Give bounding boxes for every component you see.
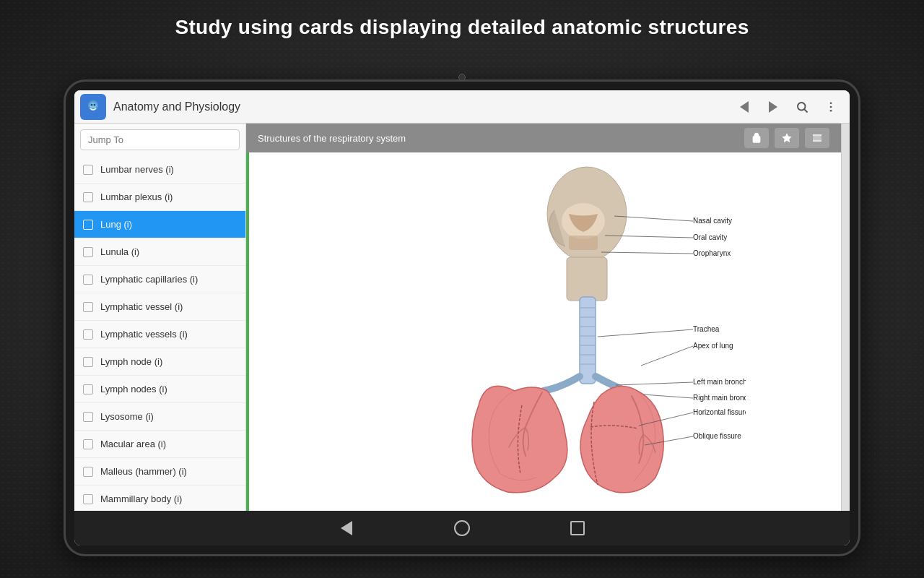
app-icon[interactable]: [80, 94, 106, 120]
svg-point-3: [94, 103, 96, 105]
item-label: Mammillary body (i): [100, 493, 237, 504]
svg-point-6: [830, 102, 832, 104]
svg-rect-13: [580, 297, 596, 384]
item-label: Lymphatic vessels (i): [100, 329, 237, 340]
app-bar-actions: [731, 94, 844, 120]
item-label: Lymph node (i): [100, 356, 237, 367]
svg-rect-10: [567, 257, 607, 301]
item-label: Lysosome (i): [100, 411, 237, 422]
item-list: Lumbar nerves (i) Lumbar plexus (i) Lung…: [74, 156, 245, 511]
item-checkbox: [83, 220, 93, 230]
item-checkbox: [83, 302, 93, 312]
app-icon-svg: [84, 98, 102, 116]
right-panel: [841, 124, 850, 511]
svg-line-33: [643, 394, 693, 398]
item-checkbox: [83, 165, 93, 175]
content-panel: Structures of the respiratory system: [246, 124, 841, 511]
item-label: Lumbar plexus (i): [100, 191, 237, 202]
svg-point-8: [830, 109, 832, 111]
item-label: Malleus (hammer) (i): [100, 466, 237, 477]
svg-point-2: [91, 103, 93, 105]
list-item[interactable]: Lung (i): [74, 211, 245, 238]
favorite-button[interactable]: [775, 128, 799, 148]
svg-line-5: [804, 109, 807, 112]
list-view-button[interactable]: [805, 128, 829, 148]
back-button[interactable]: [731, 94, 757, 120]
list-item[interactable]: Lymph node (i): [74, 348, 245, 376]
main-content: Lumbar nerves (i) Lumbar plexus (i) Lung…: [74, 124, 850, 511]
svg-rect-12: [569, 236, 598, 250]
item-label: Macular area (i): [100, 439, 237, 449]
app-bar: Anatomy and Physiology: [74, 90, 850, 124]
item-checkbox: [83, 329, 93, 340]
svg-point-7: [830, 105, 832, 108]
list-item[interactable]: Lunula (i): [74, 238, 245, 266]
svg-text:Horizontal fissure: Horizontal fissure: [693, 408, 746, 416]
item-checkbox: [83, 494, 93, 504]
svg-point-1: [90, 103, 97, 108]
list-item[interactable]: Lumbar nerves (i): [74, 156, 245, 184]
item-checkbox: [83, 357, 93, 367]
app-title: Anatomy and Physiology: [113, 100, 731, 113]
svg-line-31: [616, 382, 693, 385]
list-item[interactable]: Lymph nodes (i): [74, 376, 245, 403]
item-label: Lumbar nerves (i): [100, 164, 237, 175]
nav-back-button[interactable]: [332, 514, 361, 543]
item-label: Lymph nodes (i): [100, 384, 237, 394]
item-checkbox: [83, 275, 93, 285]
bottom-nav: [74, 511, 850, 545]
tablet-screen: Anatomy and Physiology: [74, 90, 850, 545]
svg-line-27: [598, 329, 693, 337]
svg-text:Right main bronchus: Right main bronchus: [693, 394, 746, 402]
svg-text:Apex of lung: Apex of lung: [693, 342, 733, 350]
item-label: Lymphatic capillaries (i): [100, 274, 237, 285]
nav-recent-button[interactable]: [563, 514, 592, 543]
content-title: Structures of the respiratory system: [258, 133, 744, 144]
list-item[interactable]: Macular area (i): [74, 431, 245, 458]
list-item[interactable]: Lymphatic vessel (i): [74, 293, 245, 321]
more-button[interactable]: [818, 94, 844, 120]
item-checkbox: [83, 192, 93, 202]
share-button[interactable]: [744, 128, 769, 148]
search-button[interactable]: [789, 94, 815, 120]
svg-text:Left main bronchus: Left main bronchus: [693, 378, 746, 386]
list-item[interactable]: Lumbar plexus (i): [74, 184, 245, 211]
item-label: Lymphatic vessel (i): [100, 301, 237, 312]
svg-text:Oral cavity: Oral cavity: [693, 233, 727, 241]
content-actions: [744, 128, 829, 148]
list-item[interactable]: Malleus (hammer) (i): [74, 458, 245, 486]
item-checkbox: [83, 439, 93, 449]
list-item[interactable]: Lymphatic vessels (i): [74, 321, 245, 348]
svg-line-29: [641, 346, 693, 366]
svg-line-25: [601, 252, 693, 254]
sidebar: Lumbar nerves (i) Lumbar plexus (i) Lung…: [74, 124, 246, 511]
camera: [458, 74, 466, 81]
svg-text:Nasal cavity: Nasal cavity: [693, 217, 732, 225]
item-checkbox: [83, 467, 93, 477]
tablet-device: Anatomy and Physiology: [64, 79, 860, 556]
list-item[interactable]: Mammillary body (i): [74, 486, 245, 511]
item-checkbox: [83, 247, 93, 257]
head-silhouette: [547, 167, 627, 301]
svg-point-4: [798, 103, 806, 111]
content-header: Structures of the respiratory system: [246, 124, 841, 152]
page-headline: Study using cards displaying detailed an…: [0, 0, 924, 52]
nav-home-button[interactable]: [448, 514, 476, 543]
jump-to-input[interactable]: [80, 129, 240, 150]
left-divider: [246, 152, 249, 511]
list-item[interactable]: Lysosome (i): [74, 403, 245, 431]
item-checkbox: [83, 412, 93, 422]
item-label: Lunula (i): [100, 246, 237, 257]
svg-text:Oblique fissure: Oblique fissure: [693, 432, 741, 440]
forward-button[interactable]: [760, 94, 786, 120]
svg-text:Trachea: Trachea: [693, 325, 720, 333]
svg-text:Oropharynx: Oropharynx: [693, 249, 731, 257]
item-label: Lung (i): [100, 219, 237, 230]
list-item[interactable]: Lymphatic capillaries (i): [74, 266, 245, 293]
item-checkbox: [83, 384, 93, 394]
anatomy-display: Nasal cavity Oral cavity Oropharynx Trac…: [246, 152, 841, 511]
anatomy-illustration: Nasal cavity Oral cavity Oropharynx Trac…: [341, 152, 746, 506]
